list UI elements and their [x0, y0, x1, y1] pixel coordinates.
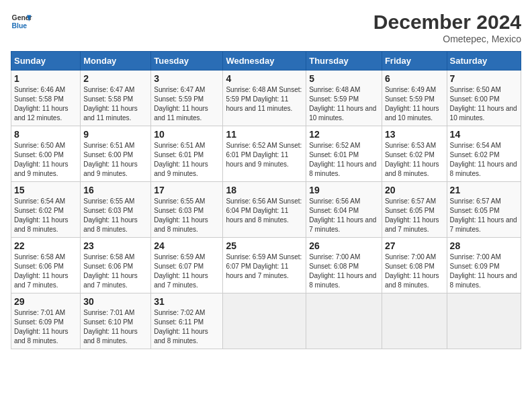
calendar-cell: [447, 293, 521, 349]
day-number: 4: [226, 73, 303, 84]
calendar-cell: 3Sunrise: 6:47 AM Sunset: 5:59 PM Daylig…: [151, 71, 223, 126]
day-info: Sunrise: 6:56 AM Sunset: 6:04 PM Dayligh…: [226, 197, 303, 225]
day-number: 23: [83, 240, 148, 251]
day-number: 11: [226, 129, 303, 140]
day-info: Sunrise: 7:02 AM Sunset: 6:11 PM Dayligh…: [154, 308, 220, 346]
calendar-cell: 1Sunrise: 6:46 AM Sunset: 5:58 PM Daylig…: [11, 71, 81, 126]
day-info: Sunrise: 6:46 AM Sunset: 5:58 PM Dayligh…: [14, 85, 77, 123]
day-info: Sunrise: 6:53 AM Sunset: 6:02 PM Dayligh…: [385, 141, 444, 179]
day-number: 16: [83, 185, 148, 195]
day-info: Sunrise: 6:54 AM Sunset: 6:02 PM Dayligh…: [14, 197, 77, 234]
logo-icon: General Blue: [11, 11, 32, 32]
calendar-table: SundayMondayTuesdayWednesdayThursdayFrid…: [11, 51, 521, 349]
day-number: 21: [450, 185, 518, 195]
calendar-cell: 15Sunrise: 6:54 AM Sunset: 6:02 PM Dayli…: [11, 182, 81, 238]
calendar-cell: [223, 293, 306, 349]
day-info: Sunrise: 6:52 AM Sunset: 6:01 PM Dayligh…: [226, 141, 303, 169]
day-number: 17: [154, 185, 220, 195]
day-number: 31: [154, 296, 220, 307]
day-info: Sunrise: 7:01 AM Sunset: 6:10 PM Dayligh…: [83, 308, 148, 346]
calendar-cell: 8Sunrise: 6:50 AM Sunset: 6:00 PM Daylig…: [11, 126, 81, 182]
weekday-header-wednesday: Wednesday: [223, 52, 306, 71]
calendar-cell: 24Sunrise: 6:59 AM Sunset: 6:07 PM Dayli…: [151, 238, 223, 293]
calendar-cell: 29Sunrise: 7:01 AM Sunset: 6:09 PM Dayli…: [11, 293, 81, 349]
calendar-cell: 18Sunrise: 6:56 AM Sunset: 6:04 PM Dayli…: [223, 182, 306, 238]
calendar-cell: [306, 293, 382, 349]
day-info: Sunrise: 7:00 AM Sunset: 6:09 PM Dayligh…: [450, 253, 518, 290]
location: Ometepec, Mexico: [373, 34, 521, 44]
calendar-cell: 12Sunrise: 6:52 AM Sunset: 6:01 PM Dayli…: [306, 126, 382, 182]
day-info: Sunrise: 6:58 AM Sunset: 6:06 PM Dayligh…: [83, 253, 148, 290]
logo: General Blue: [11, 11, 32, 32]
day-number: 1: [14, 73, 77, 84]
day-number: 27: [385, 240, 444, 251]
weekday-header-saturday: Saturday: [447, 52, 521, 71]
title-block: December 2024 Ometepec, Mexico: [373, 11, 521, 44]
day-info: Sunrise: 7:01 AM Sunset: 6:09 PM Dayligh…: [14, 308, 77, 346]
day-number: 10: [154, 129, 220, 140]
calendar-cell: 26Sunrise: 7:00 AM Sunset: 6:08 PM Dayli…: [306, 238, 382, 293]
day-number: 5: [309, 73, 379, 84]
day-info: Sunrise: 6:57 AM Sunset: 6:05 PM Dayligh…: [385, 197, 444, 234]
day-info: Sunrise: 6:47 AM Sunset: 5:59 PM Dayligh…: [154, 85, 220, 123]
day-number: 22: [14, 240, 77, 251]
day-number: 13: [385, 129, 444, 140]
calendar-week-row: 15Sunrise: 6:54 AM Sunset: 6:02 PM Dayli…: [11, 182, 521, 238]
weekday-header-thursday: Thursday: [306, 52, 382, 71]
calendar-week-row: 8Sunrise: 6:50 AM Sunset: 6:00 PM Daylig…: [11, 126, 521, 182]
weekday-header-tuesday: Tuesday: [151, 52, 223, 71]
calendar-cell: 7Sunrise: 6:50 AM Sunset: 6:00 PM Daylig…: [447, 71, 521, 126]
day-number: 3: [154, 73, 220, 84]
day-info: Sunrise: 6:55 AM Sunset: 6:03 PM Dayligh…: [83, 197, 148, 234]
day-info: Sunrise: 6:57 AM Sunset: 6:05 PM Dayligh…: [450, 197, 518, 234]
calendar-cell: 4Sunrise: 6:48 AM Sunset: 5:59 PM Daylig…: [223, 71, 306, 126]
day-info: Sunrise: 7:00 AM Sunset: 6:08 PM Dayligh…: [385, 253, 444, 290]
day-number: 6: [385, 73, 444, 84]
day-info: Sunrise: 6:59 AM Sunset: 6:07 PM Dayligh…: [154, 253, 220, 290]
calendar-cell: 20Sunrise: 6:57 AM Sunset: 6:05 PM Dayli…: [382, 182, 447, 238]
day-number: 9: [83, 129, 148, 140]
day-number: 2: [83, 73, 148, 84]
calendar-cell: 11Sunrise: 6:52 AM Sunset: 6:01 PM Dayli…: [223, 126, 306, 182]
calendar-cell: 16Sunrise: 6:55 AM Sunset: 6:03 PM Dayli…: [81, 182, 151, 238]
day-number: 24: [154, 240, 220, 251]
day-info: Sunrise: 6:50 AM Sunset: 6:00 PM Dayligh…: [450, 85, 518, 123]
day-info: Sunrise: 7:00 AM Sunset: 6:08 PM Dayligh…: [309, 253, 379, 290]
calendar-cell: 21Sunrise: 6:57 AM Sunset: 6:05 PM Dayli…: [447, 182, 521, 238]
calendar-cell: 23Sunrise: 6:58 AM Sunset: 6:06 PM Dayli…: [81, 238, 151, 293]
day-info: Sunrise: 6:47 AM Sunset: 5:58 PM Dayligh…: [83, 85, 148, 123]
calendar-cell: 5Sunrise: 6:48 AM Sunset: 5:59 PM Daylig…: [306, 71, 382, 126]
month-title: December 2024: [373, 11, 521, 34]
calendar-cell: 22Sunrise: 6:58 AM Sunset: 6:06 PM Dayli…: [11, 238, 81, 293]
day-info: Sunrise: 6:48 AM Sunset: 5:59 PM Dayligh…: [226, 85, 303, 113]
day-number: 25: [226, 240, 303, 251]
calendar-cell: [382, 293, 447, 349]
calendar-week-row: 29Sunrise: 7:01 AM Sunset: 6:09 PM Dayli…: [11, 293, 521, 349]
calendar-cell: 19Sunrise: 6:56 AM Sunset: 6:04 PM Dayli…: [306, 182, 382, 238]
day-number: 14: [450, 129, 518, 140]
calendar-cell: 28Sunrise: 7:00 AM Sunset: 6:09 PM Dayli…: [447, 238, 521, 293]
day-number: 30: [83, 296, 148, 307]
calendar-week-row: 1Sunrise: 6:46 AM Sunset: 5:58 PM Daylig…: [11, 71, 521, 126]
day-info: Sunrise: 6:58 AM Sunset: 6:06 PM Dayligh…: [14, 253, 77, 290]
calendar-cell: 10Sunrise: 6:51 AM Sunset: 6:01 PM Dayli…: [151, 126, 223, 182]
svg-text:Blue: Blue: [12, 22, 28, 30]
day-info: Sunrise: 6:55 AM Sunset: 6:03 PM Dayligh…: [154, 197, 220, 234]
day-info: Sunrise: 6:50 AM Sunset: 6:00 PM Dayligh…: [14, 141, 77, 179]
calendar-cell: 31Sunrise: 7:02 AM Sunset: 6:11 PM Dayli…: [151, 293, 223, 349]
calendar-cell: 2Sunrise: 6:47 AM Sunset: 5:58 PM Daylig…: [81, 71, 151, 126]
page-header: General Blue December 2024 Ometepec, Mex…: [11, 11, 521, 44]
day-number: 15: [14, 185, 77, 195]
day-info: Sunrise: 6:51 AM Sunset: 6:00 PM Dayligh…: [83, 141, 148, 179]
day-number: 19: [309, 185, 379, 195]
day-number: 26: [309, 240, 379, 251]
day-info: Sunrise: 6:49 AM Sunset: 5:59 PM Dayligh…: [385, 85, 444, 123]
day-info: Sunrise: 6:51 AM Sunset: 6:01 PM Dayligh…: [154, 141, 220, 179]
day-number: 20: [385, 185, 444, 195]
calendar-cell: 6Sunrise: 6:49 AM Sunset: 5:59 PM Daylig…: [382, 71, 447, 126]
day-number: 7: [450, 73, 518, 84]
calendar-cell: 27Sunrise: 7:00 AM Sunset: 6:08 PM Dayli…: [382, 238, 447, 293]
calendar-week-row: 22Sunrise: 6:58 AM Sunset: 6:06 PM Dayli…: [11, 238, 521, 293]
calendar-cell: 13Sunrise: 6:53 AM Sunset: 6:02 PM Dayli…: [382, 126, 447, 182]
day-info: Sunrise: 6:52 AM Sunset: 6:01 PM Dayligh…: [309, 141, 379, 179]
